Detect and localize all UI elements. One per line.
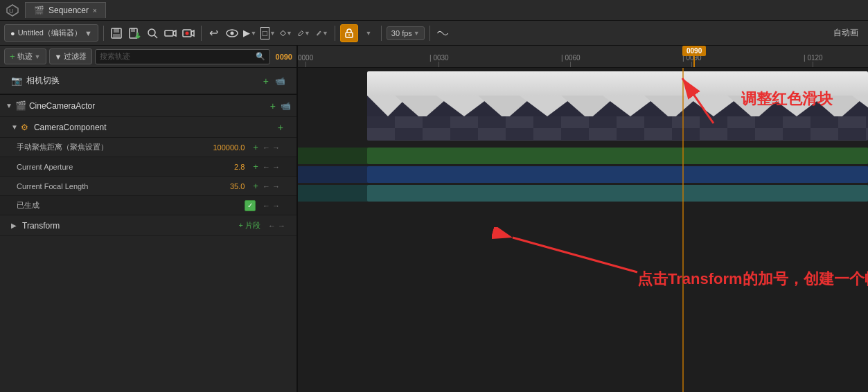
record-icon[interactable] [181,26,196,41]
sep3 [335,26,335,41]
transform-label: Transform [22,221,233,231]
search-placeholder: 搜索轨迹 [100,51,130,62]
svg-rect-56 [783,128,811,140]
camera-switch-label: 相机切换 [26,75,257,87]
transform-add-btn[interactable]: + 片段 [236,220,262,231]
svg-rect-43 [589,116,617,128]
save-as-icon[interactable] [127,26,142,41]
prop-aperture-value: 2.8 [203,163,245,171]
svg-rect-47 [811,116,838,128]
project-icon: ● [10,29,15,37]
svg-rect-12 [165,30,173,36]
search-icon[interactable] [145,26,160,41]
eraser-icon[interactable]: ▼ [296,26,312,41]
svg-point-10 [148,29,155,36]
pen-icon[interactable]: ▼ [315,26,330,41]
playhead[interactable]: 0090 [682,46,706,67]
svg-point-18 [230,31,233,35]
prop-generated-arrows[interactable]: ← → [263,202,280,210]
app-logo: U [6,3,19,17]
sequencer-tab[interactable]: 🎬 Sequencer × [25,2,106,18]
snap-button[interactable] [340,24,358,42]
svg-rect-53 [617,128,644,140]
camera-component-expand[interactable]: ▼ [11,123,18,131]
curve-icon[interactable] [435,26,450,41]
svg-rect-51 [506,128,533,140]
sequencer-tab-label: Sequencer [48,6,89,15]
svg-rect-45 [700,116,727,128]
svg-point-16 [185,31,188,35]
prop-row-generated: 已生成 ✓ ← → [0,196,296,215]
filter-label: 过滤器 [64,51,87,62]
svg-rect-49 [395,128,423,140]
prop-focal-arrows[interactable]: ← → [263,182,280,190]
search-box[interactable]: 搜索轨迹 🔍 [95,49,269,64]
square-icon[interactable]: □ ▼ [260,26,276,41]
fps-selector[interactable]: 30 fps ▼ [387,26,425,40]
sep5 [429,26,430,41]
snap-dropdown-icon[interactable]: ▼ [361,26,376,41]
svg-rect-54 [672,128,700,140]
svg-rect-40 [423,116,450,128]
prop-focus-add-btn[interactable]: + [251,142,260,152]
prop-generated-label: 已生成 [17,200,242,211]
svg-rect-52 [561,128,589,140]
track-band-transform [298,222,868,240]
svg-rect-46 [755,116,783,128]
play-icon[interactable]: ▶ ▼ [242,26,258,41]
ruler-tick-0120: | 0120 [804,54,823,67]
camera-component-label: CameraComponent [34,123,273,132]
timeline-ruler[interactable]: 0000 | 0030 | 0060 | 0090 | 0120 [298,46,868,67]
add-track-button[interactable]: + 轨迹 ▼ [4,48,46,64]
prop-generated-checkbox[interactable]: ✓ [245,200,256,211]
sep2 [201,26,202,41]
sep4 [381,26,382,41]
cine-actor-label: CineCameraActor [29,101,265,111]
transform-arrows[interactable]: ← → [268,222,285,230]
sequencer-tab-icon: 🎬 [34,6,44,15]
diamond-icon[interactable]: ▼ [278,26,294,41]
svg-marker-20 [299,30,303,35]
prop-aperture-add-btn[interactable]: + [251,161,260,172]
add-track-icon: + [10,51,15,62]
fps-label: 30 fps [391,29,412,37]
svg-rect-3 [114,28,119,33]
camera-add-icon[interactable] [163,26,178,41]
svg-rect-41 [478,116,506,128]
prop-focal-add-btn[interactable]: + [251,181,260,191]
transform-row: ▶ Transform + 片段 ← → [0,215,296,236]
menu-bar: ● Untitled（编辑器） ▼ [0,21,868,46]
cine-actor-cam-btn[interactable]: 📹 [281,101,291,111]
camera-component-add-btn[interactable]: + [276,122,285,133]
svg-rect-50 [450,128,478,140]
undo-icon[interactable]: ↩ [206,26,222,41]
camera-switch-icon: 📷 [11,75,22,86]
camera-switch-cam-btn[interactable]: 📹 [275,76,285,86]
cine-actor-add-btn[interactable]: + [268,100,278,112]
sequencer-tab-close[interactable]: × [93,7,97,15]
camera-component-icon: ⚙ [21,123,28,132]
prop-aperture-label: Current Aperture [17,163,200,171]
playhead-label: 0090 [682,46,706,56]
prop-focus-arrows[interactable]: ← → [263,143,280,152]
auto-label: 自动画 [828,27,864,39]
ruler-tick-0030: | 0030 [429,54,449,67]
timeline-content[interactable]: 调整红色滑块 点击Transform的加号，创建一个帧 [298,68,868,392]
track-band-focus [298,148,868,164]
transform-expand[interactable]: ▶ [11,222,17,229]
cine-actor-header[interactable]: ▼ 🎬 CineCameraActor + 📹 [0,95,296,117]
svg-rect-55 [727,128,755,140]
camera-switch-add-btn[interactable]: + [261,75,271,87]
filter-icon: ▼ [55,53,62,61]
project-menu[interactable]: ● Untitled（编辑器） ▼ [4,24,98,42]
ruler-tick-0060: | 0060 [561,54,581,67]
visibility-icon[interactable] [224,26,240,41]
cine-actor-expand[interactable]: ▼ [6,102,12,109]
filter-button[interactable]: ▼ 过滤器 [49,48,93,64]
annotation-red-slider: 调整红色滑块 [741,89,833,109]
camera-component-header[interactable]: ▼ ⚙ CameraComponent + [0,117,296,138]
svg-line-11 [154,35,157,38]
sep1 [103,26,104,41]
save-icon[interactable] [109,26,124,41]
prop-aperture-arrows[interactable]: ← → [263,163,280,171]
